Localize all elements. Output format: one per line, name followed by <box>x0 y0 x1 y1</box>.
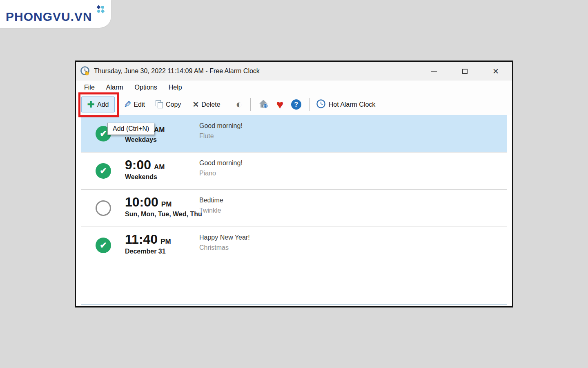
alarm-sound: Twinkle <box>199 205 223 215</box>
close-button[interactable]: ✕ <box>487 65 505 78</box>
alarm-sound: Piano <box>199 168 243 178</box>
alarm-title: Good morning! <box>199 158 243 168</box>
phongvu-logo-text: PHONGVU.VN <box>6 10 92 24</box>
menu-help[interactable]: Help <box>163 82 188 93</box>
alarm-days: December 31 <box>125 248 171 255</box>
hot-alarm-clock-label: Hot Alarm Clock <box>329 101 376 108</box>
alarm-enabled-checkbox[interactable]: ✔ <box>96 238 111 253</box>
toolbar-separator <box>250 98 251 111</box>
contrast-icon: ◐ <box>236 99 243 110</box>
alarm-row[interactable]: ✔ 11:40 PM December 31 Happy New Year! C… <box>81 227 507 264</box>
alarm-time-block: 11:40 PM December 31 <box>125 232 171 255</box>
alarm-time: 11:40 <box>125 232 158 247</box>
delete-button-label: Delete <box>201 101 220 108</box>
toolbar: ✚ Add ✎ Edit Copy ✕ Delete ◐ <box>76 94 512 115</box>
menu-options[interactable]: Options <box>129 82 163 93</box>
menu-file[interactable]: File <box>78 82 100 93</box>
alarm-time-block: 9:00 AM Weekends <box>125 157 165 181</box>
delete-x-icon: ✕ <box>192 101 199 108</box>
homepage-button[interactable] <box>255 97 273 112</box>
alarm-clock-app-icon <box>80 66 91 76</box>
delete-button[interactable]: ✕ Delete <box>189 99 223 110</box>
alarm-ampm: AM <box>154 163 165 171</box>
alarm-ampm: AM <box>154 126 165 134</box>
alarm-time-block: 10:00 PM Sun, Mon, Tue, Wed, Thu <box>125 195 202 218</box>
alarm-row[interactable]: ✔ 9:00 AM Weekends Good morning! Piano <box>81 153 507 190</box>
copy-button[interactable]: Copy <box>152 98 184 111</box>
alarm-row[interactable]: 10:00 PM Sun, Mon, Tue, Wed, Thu Bedtime… <box>81 190 507 227</box>
help-button[interactable]: ? <box>287 98 305 111</box>
alarm-sound: Flute <box>199 131 243 141</box>
edit-button[interactable]: ✎ Edit <box>120 98 148 111</box>
add-tooltip: Add (Ctrl+N) <box>107 123 154 135</box>
alarm-title: Happy New Year! <box>199 232 250 242</box>
add-button[interactable]: ✚ Add <box>81 96 115 112</box>
home-globe-icon <box>258 99 269 110</box>
copy-button-label: Copy <box>166 101 181 108</box>
heart-icon: ♥ <box>276 99 284 111</box>
menu-bar: File Alarm Options Help <box>76 81 512 94</box>
hot-alarm-clock-link[interactable]: Hot Alarm Clock <box>314 97 378 112</box>
toolbar-separator <box>228 98 228 111</box>
window-title: Thursday, June 30, 2022 11:14:09 AM - Fr… <box>94 67 260 75</box>
donate-button[interactable]: ♥ <box>273 97 287 112</box>
free-alarm-clock-window: Thursday, June 30, 2022 11:14:09 AM - Fr… <box>75 61 513 307</box>
hot-alarm-clock-icon <box>316 99 326 110</box>
phongvu-logo-card: PHONGVU.VN <box>0 0 111 28</box>
alarm-enabled-checkbox[interactable] <box>96 200 111 216</box>
phongvu-logo-dots-icon <box>97 6 104 13</box>
minimize-icon <box>431 71 437 72</box>
alarm-time: 10:00 <box>125 195 158 210</box>
alarm-sound: Christmas <box>199 242 250 253</box>
edit-button-label: Edit <box>134 101 145 108</box>
add-button-label: Add <box>97 101 109 108</box>
maximize-button[interactable] <box>456 65 474 78</box>
alarm-list: ✔ 8:00 AM Weekdays Good morning! Flute ✔ <box>81 115 507 305</box>
alarm-ampm: PM <box>160 238 171 246</box>
copy-icon <box>156 100 163 109</box>
plus-icon: ✚ <box>87 100 95 109</box>
pencil-icon: ✎ <box>124 100 131 109</box>
question-mark-icon: ? <box>291 99 301 110</box>
minimize-button[interactable] <box>425 65 443 78</box>
alarm-title: Bedtime <box>199 195 223 205</box>
alarm-title: Good morning! <box>199 121 243 131</box>
alarm-days: Sun, Mon, Tue, Wed, Thu <box>125 211 202 218</box>
alarm-days: Weekdays <box>125 136 165 144</box>
alarm-time: 9:00 <box>125 157 151 173</box>
theme-contrast-button[interactable]: ◐ <box>232 97 246 112</box>
alarm-days: Weekends <box>125 173 165 181</box>
alarm-enabled-checkbox[interactable]: ✔ <box>96 163 111 179</box>
title-bar[interactable]: Thursday, June 30, 2022 11:14:09 AM - Fr… <box>76 62 512 81</box>
menu-alarm[interactable]: Alarm <box>100 82 129 93</box>
alarm-ampm: PM <box>161 200 172 209</box>
toolbar-separator <box>309 98 310 111</box>
close-icon: ✕ <box>492 67 499 75</box>
maximize-icon <box>462 69 468 74</box>
